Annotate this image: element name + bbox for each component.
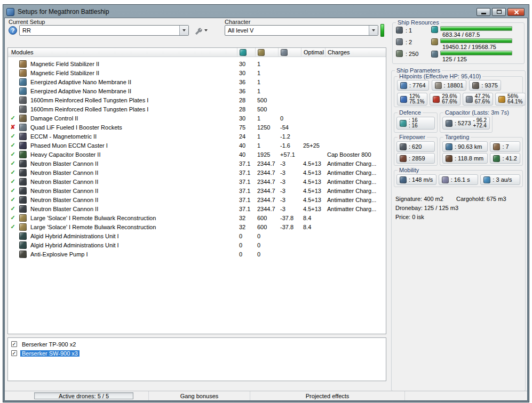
- module-icon-cell: [18, 60, 28, 68]
- header-cell-charges[interactable]: Charges: [325, 48, 386, 57]
- module-row[interactable]: Energized Adaptive Nano Membrane II361: [8, 86, 386, 95]
- rig-icon: [19, 251, 27, 258]
- blaster-cannon-icon: [19, 205, 27, 213]
- right-panel: Ship Resources : 1: 2: 250 683.34 / 687.…: [391, 18, 526, 400]
- thermal-resist-chip: 29.6%67.6%: [430, 93, 460, 106]
- module-cpu: 0: [237, 242, 255, 248]
- module-status-icon: ✓: [8, 223, 18, 230]
- warp-speed-chip: : 3 au/s: [480, 174, 520, 185]
- statusbar-drones-cell: Active drones: 5 / 5: [5, 391, 149, 400]
- minimize-icon: [481, 13, 486, 14]
- setup-combobox[interactable]: RR: [19, 25, 189, 36]
- setup-combobox-dropdown[interactable]: [179, 26, 188, 35]
- modules-table-body: Magnetic Field Stabilizer II301Magnetic …: [8, 57, 386, 259]
- em-resist-values: 12%75.1%: [409, 94, 424, 104]
- powergrid-resource: 19450.12 / 19568.75: [431, 38, 522, 50]
- drone-checkbox[interactable]: ✓: [11, 350, 17, 356]
- module-name: Large 'Solace' I Remote Bulwark Reconstr…: [28, 215, 237, 221]
- explosive-resist-chip: 56%64.1%: [495, 93, 526, 106]
- armor-plate-icon: [19, 106, 27, 113]
- module-row[interactable]: ✘Quad LiF Fueled I Booster Rockets751250…: [8, 123, 386, 132]
- character-combobox[interactable]: All level V: [225, 25, 378, 36]
- module-row[interactable]: ✓Large 'Solace' I Remote Bulwark Reconst…: [8, 222, 386, 231]
- module-row[interactable]: Magnetic Field Stabilizer II301: [8, 68, 386, 77]
- module-name: Algid Hybrid Administrations Unit I: [28, 242, 237, 248]
- module-name: 1600mm Reinforced Rolled Tungsten Plates…: [28, 106, 237, 112]
- module-row[interactable]: ✓Neutron Blaster Cannon II37.12344.7-34.…: [8, 204, 386, 213]
- shield-booster-icon: [400, 120, 407, 127]
- module-row[interactable]: Algid Hybrid Administrations Unit I00: [8, 240, 386, 249]
- module-status-icon: ✓: [8, 196, 18, 203]
- maximize-button[interactable]: [492, 8, 506, 16]
- module-row[interactable]: Magnetic Field Stabilizer II301: [8, 59, 386, 68]
- module-status-icon: ✓: [8, 115, 18, 122]
- capacitor-title: Capacitor (Lasts: 3m 7s): [443, 109, 511, 116]
- module-row[interactable]: ✓Neutron Blaster Cannon II37.12344.7-34.…: [8, 159, 386, 168]
- header-cell-capacitor[interactable]: [278, 48, 301, 57]
- adaptive-nano-membrane-icon: [19, 87, 27, 95]
- launcher-hardpoints-icon: [396, 38, 403, 45]
- module-icon-cell: [18, 142, 28, 149]
- module-row[interactable]: ✓Neutron Blaster Cannon II37.12344.7-34.…: [8, 177, 386, 186]
- header-cell-powergrid[interactable]: [255, 48, 278, 57]
- firepower-group: Firepower : 620: 2859: [394, 137, 438, 166]
- setup-tools-button[interactable]: [190, 26, 211, 35]
- calibration-icon: [396, 50, 403, 57]
- module-powergrid: 1: [255, 61, 278, 67]
- targeting-range-chip: : 90.63 km: [442, 141, 488, 152]
- minimize-button[interactable]: [477, 8, 490, 16]
- drone-label: Berserker SW-900 x3: [20, 350, 80, 357]
- titlebar[interactable]: Setups for Megathron Battleship: [4, 6, 528, 18]
- header-cell-cpu[interactable]: [237, 48, 255, 57]
- module-name: Energized Adaptive Nano Membrane II: [28, 79, 237, 85]
- module-row[interactable]: 1600mm Reinforced Rolled Tungsten Plates…: [8, 95, 386, 104]
- module-cpu: 37.1: [237, 197, 255, 203]
- defence-value-2: : 16: [409, 123, 418, 128]
- module-row[interactable]: ✓Neutron Blaster Cannon II37.12344.7-34.…: [8, 168, 386, 177]
- drone-item[interactable]: ✓Berserker TP-900 x2: [8, 340, 386, 349]
- thermal-resist-armor: 67.6%: [442, 99, 457, 104]
- module-row[interactable]: 1600mm Reinforced Rolled Tungsten Plates…: [8, 104, 386, 114]
- shield-hp-chip: : 7764: [397, 80, 429, 91]
- module-row[interactable]: Algid Hybrid Administrations Unit I00: [8, 231, 386, 240]
- drone-item[interactable]: ✓Berserker SW-900 x3: [8, 349, 386, 358]
- drone-checkbox[interactable]: ✓: [11, 341, 17, 347]
- sensor-strength-chip: : 41.2: [490, 153, 520, 164]
- module-charge: Antimatter Charg...: [325, 170, 386, 176]
- structure-hp-value: : 9375: [481, 82, 498, 88]
- character-combobox-dropdown[interactable]: [369, 26, 378, 35]
- module-powergrid: 1250: [255, 124, 278, 131]
- module-row[interactable]: ✓Damage Control II3010: [8, 114, 386, 123]
- module-icon-cell: [18, 232, 28, 240]
- capacitor-delta: - 96.2+72.4: [473, 118, 487, 128]
- close-button[interactable]: [507, 8, 525, 16]
- module-cap-use: -3: [278, 179, 301, 185]
- module-cap-use: 0: [278, 115, 301, 122]
- warp-speed-icon: [483, 176, 490, 183]
- defence-title: Defence: [398, 109, 423, 116]
- thermal-resist-icon: [433, 96, 440, 103]
- module-powergrid: 2344.7: [255, 206, 278, 212]
- module-optimal: 8.4: [301, 215, 325, 221]
- module-row[interactable]: ✓Neutron Blaster Cannon II37.12344.7-34.…: [8, 195, 386, 204]
- gang-bonuses-panel[interactable]: Gang bonuses: [149, 391, 250, 400]
- projected-effects-label: Projected effects: [306, 393, 350, 399]
- maximize-icon: [497, 10, 502, 14]
- module-row[interactable]: ✓Phased Muon ECCM Caster I401-1.625+25: [8, 141, 386, 150]
- module-row[interactable]: ✓Neutron Blaster Cannon II37.12344.7-34.…: [8, 186, 386, 195]
- module-row[interactable]: Energized Adaptive Nano Membrane II361: [8, 77, 386, 86]
- module-row[interactable]: Anti-Explosive Pump I00: [8, 249, 386, 259]
- max-targets-icon: [493, 143, 500, 150]
- module-powergrid: 500: [255, 106, 278, 112]
- turret-hardpoints-value: : 1: [406, 27, 412, 34]
- chevron-down-icon: [182, 29, 186, 31]
- header-cell-modules[interactable]: Modules: [8, 48, 237, 57]
- projected-effects-panel[interactable]: Projected effects: [250, 391, 405, 400]
- module-name: Neutron Blaster Cannon II: [28, 170, 237, 176]
- em-resist-armor: 75.1%: [409, 99, 424, 104]
- module-row[interactable]: ✓Large 'Solace' I Remote Bulwark Reconst…: [8, 213, 386, 222]
- module-row[interactable]: ✓ECCM - Magnetometric II241-1.2: [8, 132, 386, 141]
- module-row[interactable]: ✓Heavy Capacitor Booster II401925+57.1Ca…: [8, 150, 386, 159]
- help-button[interactable]: ?: [9, 26, 17, 35]
- header-cell-optimal[interactable]: Optimal: [301, 48, 325, 57]
